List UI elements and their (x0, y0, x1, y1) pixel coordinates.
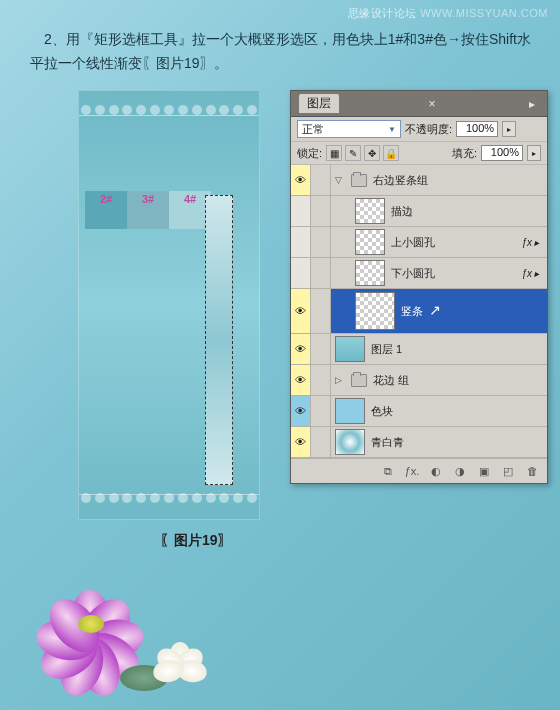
layer-thumb (355, 260, 385, 286)
figure-caption: 〖图片19〗 (160, 532, 232, 550)
new-group-icon[interactable]: ▣ (475, 463, 493, 479)
layer-name: 青白青 (371, 435, 404, 450)
layer-cyan-white-cyan[interactable]: 👁 青白青 (291, 427, 547, 458)
fill-input[interactable]: 100% (481, 145, 523, 161)
opacity-flyout-icon[interactable]: ▸ (502, 121, 516, 137)
eye-icon: 👁 (295, 405, 306, 417)
blend-mode-value: 正常 (302, 122, 324, 137)
new-layer-icon[interactable]: ◰ (499, 463, 517, 479)
folder-icon (351, 174, 367, 187)
layer-thumb (355, 292, 395, 330)
lock-position-icon[interactable]: ✥ (364, 145, 380, 161)
trash-icon[interactable]: 🗑 (523, 463, 541, 479)
color-swatches: 2# 3# 4# (85, 191, 211, 229)
layer-thumb (335, 398, 365, 424)
fold-icon[interactable]: ▽ (335, 175, 345, 185)
link-col[interactable] (311, 365, 331, 395)
marquee-selection (205, 195, 233, 485)
eye-icon: 👁 (295, 374, 306, 386)
link-col[interactable] (311, 227, 331, 257)
layer-thumb (355, 229, 385, 255)
mask-icon[interactable]: ◐ (427, 463, 445, 479)
blend-opacity-row: 正常 ▼ 不透明度: 100% ▸ (291, 117, 547, 142)
layer-vertical-strip[interactable]: 👁 竖条 (291, 289, 547, 334)
layer-name: 上小圆孔 (391, 235, 435, 250)
visibility-toggle[interactable]: 👁 (291, 334, 311, 364)
fill-label: 填充: (452, 146, 477, 161)
layer-name: 图层 1 (371, 342, 402, 357)
link-layers-icon[interactable]: ⧉ (379, 463, 397, 479)
swatch-2: 2# (85, 191, 127, 229)
visibility-toggle[interactable]: 👁 (291, 427, 311, 457)
lotus-flower-small (145, 630, 215, 685)
eye-icon: 👁 (295, 343, 306, 355)
visibility-toggle[interactable]: 👁 (291, 165, 311, 195)
artwork-preview: 2# 3# 4# (78, 90, 260, 520)
visibility-toggle[interactable]: 👁 (291, 289, 311, 333)
hrule-top (79, 115, 259, 116)
lock-transparency-icon[interactable]: ▦ (326, 145, 342, 161)
scallop-border-bottom (79, 493, 259, 505)
lock-buttons: ▦ ✎ ✥ 🔒 (326, 145, 399, 161)
layer-color-block[interactable]: 👁 色块 (291, 396, 547, 427)
lotus-flower-large (20, 560, 160, 680)
fx-badge[interactable]: ƒx ▸ (521, 268, 543, 279)
panel-tab-layers[interactable]: 图层 (299, 94, 339, 113)
adjustment-icon[interactable]: ◑ (451, 463, 469, 479)
layer-name: 描边 (391, 204, 413, 219)
watermark-site: 思缘设计论坛 (348, 7, 417, 19)
link-col[interactable] (311, 334, 331, 364)
layer-bottom-holes[interactable]: 下小圆孔 ƒx ▸ (291, 258, 547, 289)
folder-icon (351, 374, 367, 387)
layer-name: 色块 (371, 404, 393, 419)
visibility-toggle[interactable]: 👁 (291, 365, 311, 395)
link-col[interactable] (311, 427, 331, 457)
layer-top-holes[interactable]: 上小圆孔 ƒx ▸ (291, 227, 547, 258)
lock-all-icon[interactable]: 🔒 (383, 145, 399, 161)
layer-group-right-strip[interactable]: 👁 ▽ 右边竖条组 (291, 165, 547, 196)
blend-mode-select[interactable]: 正常 ▼ (297, 120, 401, 138)
link-col[interactable] (311, 165, 331, 195)
lock-pixels-icon[interactable]: ✎ (345, 145, 361, 161)
visibility-toggle[interactable] (291, 227, 311, 257)
visibility-toggle[interactable] (291, 196, 311, 226)
chevron-down-icon: ▼ (388, 125, 396, 134)
opacity-label: 不透明度: (405, 122, 452, 137)
cursor-icon (429, 302, 443, 320)
layer-group-lace[interactable]: 👁 ▷ 花边 组 (291, 365, 547, 396)
link-col[interactable] (311, 258, 331, 288)
fill-flyout-icon[interactable]: ▸ (527, 145, 541, 161)
close-icon[interactable]: × (424, 97, 439, 111)
lock-label: 锁定: (297, 146, 322, 161)
opacity-input[interactable]: 100% (456, 121, 498, 137)
layer-name: 下小圆孔 (391, 266, 435, 281)
layer-thumb (355, 198, 385, 224)
panel-footer: ⧉ ƒx. ◐ ◑ ▣ ◰ 🗑 (291, 458, 547, 483)
panel-titlebar[interactable]: 图层 × ▸ (291, 91, 547, 117)
eye-icon: 👁 (295, 174, 306, 186)
lock-fill-row: 锁定: ▦ ✎ ✥ 🔒 填充: 100% ▸ (291, 142, 547, 165)
fold-icon[interactable]: ▷ (335, 375, 345, 385)
layer-thumb (335, 336, 365, 362)
link-col[interactable] (311, 396, 331, 426)
fx-badge[interactable]: ƒx ▸ (521, 237, 543, 248)
link-col[interactable] (311, 196, 331, 226)
eye-icon: 👁 (295, 436, 306, 448)
layer-stroke[interactable]: 描边 (291, 196, 547, 227)
layer-name: 竖条 (401, 304, 423, 319)
layer-name: 花边 组 (373, 373, 409, 388)
swatch-3: 3# (127, 191, 169, 229)
layer-name: 右边竖条组 (373, 173, 428, 188)
watermark: 思缘设计论坛 WWW.MISSYUAN.COM (348, 6, 548, 21)
layer-list: 👁 ▽ 右边竖条组 描边 上小圆孔 ƒx ▸ (291, 165, 547, 458)
layers-panel: 图层 × ▸ 正常 ▼ 不透明度: 100% ▸ 锁定: ▦ ✎ ✥ 🔒 填充:… (290, 90, 548, 484)
eye-icon: 👁 (295, 305, 306, 317)
fx-icon[interactable]: ƒx. (403, 463, 421, 479)
panel-menu-icon[interactable]: ▸ (525, 97, 539, 111)
visibility-toggle[interactable] (291, 258, 311, 288)
watermark-url: WWW.MISSYUAN.COM (420, 7, 548, 19)
layer-1[interactable]: 👁 图层 1 (291, 334, 547, 365)
link-col[interactable] (311, 289, 331, 333)
visibility-toggle[interactable]: 👁 (291, 396, 311, 426)
layer-thumb (335, 429, 365, 455)
